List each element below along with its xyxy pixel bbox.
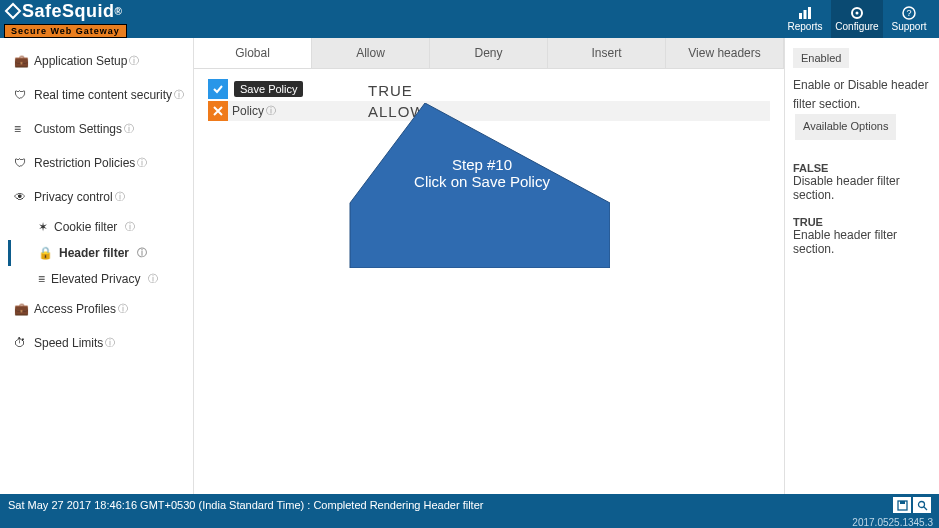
disk-icon <box>897 500 908 511</box>
version-strip: 2017.0525.1345.3 <box>0 516 939 528</box>
info-icon: ⓘ <box>124 122 134 136</box>
sidebar-item-custom-settings[interactable]: ≡ Custom Settingsⓘ <box>8 112 193 146</box>
close-icon <box>213 106 223 116</box>
eye-slash-icon: 👁 <box>14 190 28 204</box>
logo-reg: ® <box>115 6 123 17</box>
workarea: Enabled TRUE Policyⓘ ALLOW Save Policy <box>194 69 784 131</box>
sidebar-item-access-profiles[interactable]: 💼 Access Profilesⓘ <box>8 292 193 326</box>
svg-rect-0 <box>799 13 802 19</box>
row-value: TRUE <box>368 82 413 99</box>
support-button[interactable]: ? Support <box>883 0 935 38</box>
top-bar: SafeSquid® Secure Web Gateway Reports Co… <box>0 0 939 38</box>
info-icon: ⓘ <box>118 302 128 316</box>
sidebar-sub-cookie-filter[interactable]: ✶ Cookie filterⓘ <box>8 214 193 240</box>
row-label: Policy <box>232 104 264 118</box>
sidebar-sub-header-filter[interactable]: 🔒 Header filterⓘ <box>8 240 193 266</box>
shield-icon: 🛡 <box>14 156 28 170</box>
sidebar-item-restriction-policies[interactable]: 🛡 Restriction Policiesⓘ <box>8 146 193 180</box>
configure-label: Configure <box>835 21 878 32</box>
callout-line2: Click on Save Policy <box>382 173 582 190</box>
sidebar-item-realtime-security[interactable]: 🛡 Real time content securityⓘ <box>8 78 193 112</box>
shield-icon: 🛡 <box>14 88 28 102</box>
tab-global[interactable]: Global <box>194 38 312 68</box>
sliders-icon: ≡ <box>14 122 28 136</box>
tab-deny[interactable]: Deny <box>430 38 548 68</box>
bars-icon: ≡ <box>38 272 45 286</box>
logo-tagline: Secure Web Gateway <box>4 24 127 38</box>
tab-insert[interactable]: Insert <box>548 38 666 68</box>
sidebar-item-privacy-control[interactable]: 👁 Privacy controlⓘ <box>8 180 193 214</box>
main: 💼 Application Setupⓘ 🛡 Real time content… <box>0 38 939 494</box>
reports-button[interactable]: Reports <box>779 0 831 38</box>
version-text: 2017.0525.1345.3 <box>852 517 933 528</box>
check-icon <box>212 83 224 95</box>
info-icon: ⓘ <box>266 104 276 118</box>
config-row-policy: Policyⓘ ALLOW <box>208 101 770 121</box>
help-option-false: FALSE Disable header filter section. <box>793 162 931 202</box>
briefcase-icon: 💼 <box>14 54 28 68</box>
config-row-enabled: Enabled TRUE <box>208 79 770 101</box>
cookie-icon: ✶ <box>38 220 48 234</box>
sidebar-item-label: Application Setup <box>34 54 127 68</box>
help-option-desc: Enable header filter section. <box>793 228 897 256</box>
cancel-button[interactable] <box>208 101 228 121</box>
info-icon: ⓘ <box>125 220 135 234</box>
sidebar-item-speed-limits[interactable]: ⏱ Speed Limitsⓘ <box>8 326 193 360</box>
svg-point-9 <box>918 501 924 507</box>
sidebar-sub-elevated-privacy[interactable]: ≡ Elevated Privacyⓘ <box>8 266 193 292</box>
info-icon: ⓘ <box>137 246 147 260</box>
support-label: Support <box>891 21 926 32</box>
sidebar-sub-label: Cookie filter <box>54 220 117 234</box>
search-icon <box>917 500 928 511</box>
info-icon: ⓘ <box>129 54 139 68</box>
sidebar: 💼 Application Setupⓘ 🛡 Real time content… <box>0 38 194 494</box>
logo-text: SafeSquid <box>22 1 115 22</box>
sidebar-item-label: Speed Limits <box>34 336 103 350</box>
info-icon: ⓘ <box>174 88 184 102</box>
info-icon: ⓘ <box>115 190 125 204</box>
sidebar-sub-label: Elevated Privacy <box>51 272 140 286</box>
save-button[interactable] <box>208 79 228 99</box>
reports-icon <box>798 6 812 20</box>
tab-view-headers[interactable]: View headers <box>666 38 784 68</box>
enabled-chip[interactable]: Enabled <box>793 48 849 68</box>
gear-icon <box>850 6 864 20</box>
callout-line1: Step #10 <box>382 156 582 173</box>
row-value: ALLOW <box>368 103 426 120</box>
briefcase-icon: 💼 <box>14 302 28 316</box>
status-text: Sat May 27 2017 18:46:16 GMT+0530 (India… <box>8 499 483 511</box>
help-option-title: FALSE <box>793 162 931 174</box>
status-bar: Sat May 27 2017 18:46:16 GMT+0530 (India… <box>0 494 939 516</box>
search-button[interactable] <box>913 497 931 513</box>
help-option-title: TRUE <box>793 216 931 228</box>
svg-point-4 <box>856 12 859 15</box>
save-file-button[interactable] <box>893 497 911 513</box>
reports-label: Reports <box>787 21 822 32</box>
help-option-desc: Disable header filter section. <box>793 174 900 202</box>
help-option-true: TRUE Enable header filter section. <box>793 216 931 256</box>
info-icon: ⓘ <box>148 272 158 286</box>
sidebar-item-application-setup[interactable]: 💼 Application Setupⓘ <box>8 44 193 78</box>
svg-text:?: ? <box>906 8 911 18</box>
help-icon: ? <box>902 6 916 20</box>
svg-line-10 <box>924 507 927 510</box>
configure-button[interactable]: Configure <box>831 0 883 38</box>
center: Global Allow Deny Insert View headers En… <box>194 38 784 494</box>
svg-rect-2 <box>808 7 811 19</box>
svg-rect-8 <box>900 501 905 504</box>
help-desc: Enable or Disable header filter section. <box>793 78 928 111</box>
logo-brand: SafeSquid® <box>4 1 127 22</box>
info-icon: ⓘ <box>105 336 115 350</box>
tab-allow[interactable]: Allow <box>312 38 430 68</box>
sidebar-item-label: Access Profiles <box>34 302 116 316</box>
info-icon: ⓘ <box>137 156 147 170</box>
logo: SafeSquid® Secure Web Gateway <box>4 1 127 38</box>
sidebar-item-label: Privacy control <box>34 190 113 204</box>
sidebar-item-label: Real time content security <box>34 88 172 102</box>
available-options-button[interactable]: Available Options <box>795 114 896 140</box>
sidebar-item-label: Custom Settings <box>34 122 122 136</box>
lock-icon: 🔒 <box>38 246 53 260</box>
svg-rect-1 <box>804 10 807 19</box>
sidebar-item-label: Restriction Policies <box>34 156 135 170</box>
logo-icon <box>4 2 22 20</box>
